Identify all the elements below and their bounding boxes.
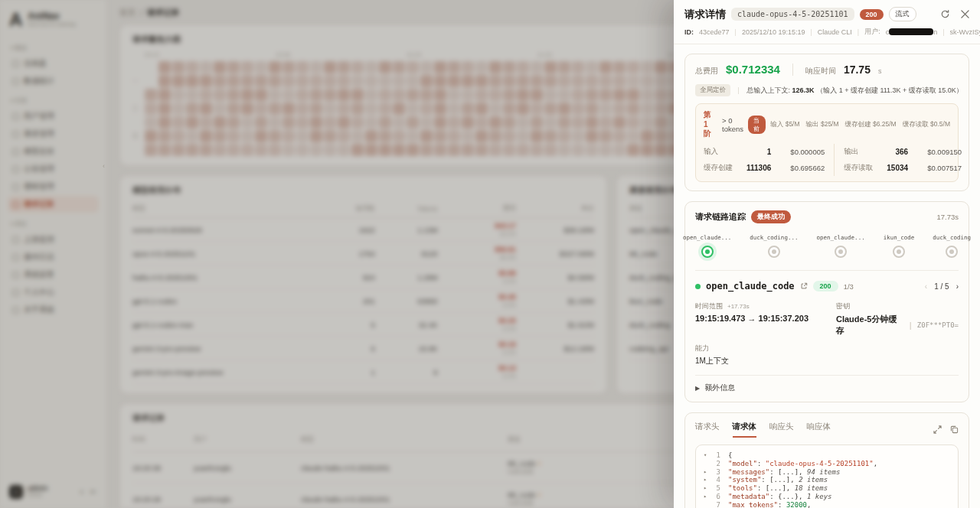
token-usage-cell: 输入1$0.000005 — [704, 144, 834, 160]
token-count: 1 — [746, 148, 771, 156]
trace-title: 请求链路追踪 — [695, 211, 746, 223]
fold-toggle-icon[interactable]: ▸ — [704, 468, 711, 477]
user-label: 用户: — [864, 27, 880, 37]
key-label: 密钥 — [836, 301, 850, 311]
pager-prev-icon[interactable]: ‹ — [925, 282, 927, 291]
line-number: 3 — [711, 468, 720, 477]
latency-unit: s — [878, 67, 882, 75]
trace-card: 请求链路追踪 最终成功 17.73s open_claude...duck_co… — [684, 201, 969, 402]
fold-toggle-icon — [704, 460, 711, 468]
pager-position: 1 / 5 — [934, 282, 949, 291]
trace-duration: 17.73s — [936, 213, 959, 221]
key-masked-value: Z0F***PT0= — [917, 321, 959, 329]
api-key-masked: sk-WvzISy4...uwgB — [950, 28, 980, 36]
line-number: 4 — [711, 476, 720, 484]
token-type-label: 输出 — [844, 147, 882, 157]
code-line: ▸5"tools": [...], 18 items — [704, 484, 950, 493]
trace-status-badge: 最终成功 — [751, 210, 791, 223]
code-line: ▸4"system": [...], 2 items — [704, 476, 950, 484]
tier-rate: 输入 $5/M — [770, 120, 799, 129]
fold-toggle-icon[interactable]: ▸ — [704, 493, 711, 501]
code-line: ▸6"metadata": {...}, 1 keys — [704, 493, 950, 501]
external-link-icon[interactable] — [800, 279, 808, 293]
copy-icon[interactable] — [950, 423, 959, 437]
total-cost-label: 总费用 — [695, 66, 718, 77]
extra-info-toggle[interactable]: ▶ 额外信息 — [695, 375, 959, 393]
success-dot-icon — [695, 284, 701, 289]
trace-node[interactable]: open_claude... — [683, 234, 731, 258]
latency-value: 17.75 — [844, 64, 871, 76]
code-line: 7"max_tokens": 32000, — [704, 501, 950, 508]
pricing-tier-box: 第 1 阶 > 0 tokens 当前 输入 $5/M输出 $25/M缓存创建 … — [695, 103, 959, 182]
client-name: Claude CLI — [818, 28, 852, 36]
code-line: ▾1{ — [704, 451, 950, 460]
expand-triangle-icon: ▶ — [695, 385, 700, 392]
token-type-label: 缓存创建 — [704, 163, 742, 173]
total-cost-value: $0.712334 — [726, 63, 780, 76]
tab-请求体[interactable]: 请求体 — [733, 422, 757, 438]
token-usage-grid: 输入1$0.000005输出366$0.009150缓存创建111306$0.6… — [704, 144, 950, 176]
time-range-value: 19:15:19.473 → 19:15:37.203 — [695, 314, 836, 323]
channel-status-badge: 200 — [813, 281, 838, 291]
expand-icon[interactable] — [933, 423, 942, 437]
trace-node[interactable]: duck_coding — [933, 234, 971, 258]
tab-请求头[interactable]: 请求头 — [695, 422, 720, 438]
token-usage-cell: 缓存读取15034$0.007517 — [834, 160, 962, 176]
line-number: 5 — [711, 484, 720, 493]
refresh-icon[interactable] — [940, 9, 950, 19]
token-count: 15034 — [887, 164, 908, 172]
request-detail-drawer: 请求详情 claude-opus-4-5-20251101 200 流式 ID:… — [674, 0, 980, 508]
token-usage-cell: 输出366$0.009150 — [834, 144, 962, 160]
tier-name: 第 1 阶 — [704, 109, 717, 139]
trace-node[interactable]: open_claude... — [816, 234, 864, 258]
tier-rate: 缓存读取 $0.5/M — [903, 120, 950, 129]
pager-next-icon[interactable]: › — [956, 282, 959, 291]
model-chip: claude-opus-4-5-20251101 — [731, 8, 854, 21]
request-body-json[interactable]: ▾1{2"model": "claude-opus-4-5-20251101",… — [695, 444, 959, 508]
request-time: 2025/12/10 19:15:19 — [742, 28, 805, 36]
tab-响应头[interactable]: 响应头 — [769, 422, 794, 438]
trace-node[interactable]: ikun_code — [884, 234, 915, 258]
token-cost: $0.007517 — [913, 164, 962, 172]
pricing-mode-badge: 全局定价 — [695, 84, 730, 96]
latency-label: 响应时间 — [805, 66, 836, 77]
token-usage-cell: 缓存创建111306$0.695662 — [704, 160, 834, 176]
line-number: 1 — [711, 451, 720, 460]
trace-node-label: open_claude... — [683, 234, 731, 241]
context-summary: 总输入上下文: 126.3K （输入 1 + 缓存创建 111.3K + 缓存读… — [747, 86, 963, 96]
fold-toggle-icon[interactable]: ▾ — [704, 451, 711, 460]
line-number: 7 — [711, 501, 720, 508]
user-value: cn — [886, 28, 938, 36]
sidebar-edge-toggle[interactable]: ‹ — [103, 162, 105, 170]
fold-toggle-icon — [704, 501, 711, 508]
token-type-label: 输入 — [704, 147, 742, 157]
payload-card: 请求头请求体响应头响应体 ▾1{2"model": "claude-opus-4… — [684, 412, 969, 508]
token-cost: $0.000005 — [776, 148, 825, 156]
capability-label: 能力 — [695, 344, 709, 353]
request-id: 43cede77 — [699, 28, 730, 36]
capability-value: 1M上下文 — [695, 356, 836, 366]
cost-card: 总费用 $0.712334 响应时间 17.75 s 全局定价 ❘ 总输入上下文… — [684, 54, 969, 191]
trace-node-list: open_claude...duck_coding...open_claude.… — [695, 234, 959, 258]
selected-channel-name: open_claude_code — [706, 281, 795, 291]
trace-node-label: open_claude... — [816, 234, 864, 241]
id-label: ID: — [684, 28, 694, 36]
line-number: 6 — [711, 493, 720, 501]
token-cost: $0.695662 — [776, 164, 825, 172]
trace-node-dot-icon — [701, 246, 714, 258]
close-icon[interactable] — [961, 10, 969, 18]
drawer-title: 请求详情 — [684, 8, 726, 21]
fold-toggle-icon[interactable]: ▸ — [704, 476, 711, 484]
payload-tabs: 请求头请求体响应头响应体 — [695, 422, 959, 438]
tier-rate: 输出 $25/M — [806, 120, 839, 129]
token-type-label: 缓存读取 — [844, 163, 882, 173]
status-badge: 200 — [860, 9, 884, 20]
trace-node-dot-icon — [835, 246, 847, 258]
tier-range: > 0 tokens — [722, 116, 743, 133]
trace-node[interactable]: duck_coding... — [750, 234, 798, 258]
fold-toggle-icon[interactable]: ▸ — [704, 484, 711, 493]
request-meta-row: ID: 43cede77 | 2025/12/10 19:15:19 | Cla… — [674, 21, 980, 44]
trace-node-dot-icon — [893, 246, 905, 258]
tab-响应体[interactable]: 响应体 — [807, 422, 831, 438]
redaction-mark — [889, 28, 933, 35]
